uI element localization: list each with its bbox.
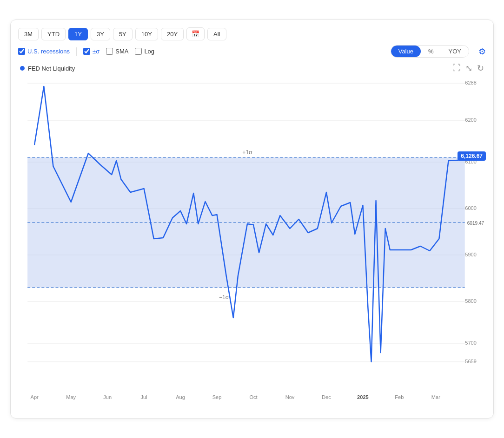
chart-container: 3M YTD 1Y 3Y 5Y 10Y 20Y 📅 All U.S. reces…: [10, 20, 494, 418]
current-value-badge: 6,126.67: [458, 151, 486, 161]
legend-text: FED Net Liquidity: [28, 65, 75, 72]
svg-text:Mar: Mar: [431, 394, 440, 400]
toggle-yoy[interactable]: YOY: [441, 46, 469, 57]
log-label: Log: [144, 48, 154, 55]
svg-text:6000: 6000: [465, 205, 477, 211]
recession-checkbox[interactable]: [18, 48, 25, 55]
toggle-value[interactable]: Value: [391, 46, 421, 57]
legend-label: FED Net Liquidity: [20, 65, 75, 72]
svg-text:Dec: Dec: [322, 394, 331, 400]
sma-label: SMA: [115, 48, 128, 55]
sigma-label: ±σ: [93, 48, 99, 55]
calendar-icon: 📅: [192, 30, 199, 38]
log-checkbox-label[interactable]: Log: [135, 48, 154, 55]
svg-text:5900: 5900: [465, 252, 477, 257]
options-row: U.S. recessions ±σ SMA Log Value % YOY ⚙: [18, 45, 486, 58]
svg-text:6019.47: 6019.47: [467, 221, 484, 226]
svg-text:May: May: [66, 394, 76, 400]
svg-text:Aug: Aug: [176, 394, 185, 400]
svg-text:5800: 5800: [465, 298, 477, 304]
svg-text:+1σ: +1σ: [242, 149, 252, 156]
btn-3y[interactable]: 3Y: [91, 28, 110, 40]
log-checkbox[interactable]: [135, 48, 142, 55]
current-value-text: 6,126.67: [461, 153, 483, 159]
btn-ytd[interactable]: YTD: [41, 28, 66, 40]
crop-icon[interactable]: ⛶: [452, 63, 461, 73]
settings-button[interactable]: ⚙: [478, 46, 486, 57]
btn-3m[interactable]: 3M: [18, 28, 39, 40]
svg-text:Jun: Jun: [103, 394, 112, 400]
svg-text:5659: 5659: [465, 359, 477, 364]
chart-svg: 6288 6200 6100 6000 5900 5800 5700 5659: [18, 76, 486, 411]
svg-text:Sep: Sep: [212, 394, 222, 400]
svg-text:Oct: Oct: [249, 394, 257, 400]
legend-row: FED Net Liquidity ⛶ ⤡ ↻: [18, 63, 486, 73]
sma-checkbox-label[interactable]: SMA: [106, 48, 128, 55]
resize-icon[interactable]: ⤡: [465, 63, 472, 73]
svg-text:Apr: Apr: [31, 394, 39, 400]
svg-text:Feb: Feb: [395, 394, 404, 400]
svg-text:Jul: Jul: [141, 394, 147, 400]
sigma-checkbox-label[interactable]: ±σ: [83, 48, 99, 55]
sma-checkbox[interactable]: [106, 48, 113, 55]
toolbar-row: 3M YTD 1Y 3Y 5Y 10Y 20Y 📅 All: [18, 27, 486, 40]
chart-actions: ⛶ ⤡ ↻: [452, 63, 484, 73]
legend-dot: [20, 66, 25, 71]
btn-5y[interactable]: 5Y: [113, 28, 133, 40]
svg-text:5700: 5700: [465, 340, 477, 346]
btn-20y[interactable]: 20Y: [161, 28, 184, 40]
btn-1y[interactable]: 1Y: [68, 28, 88, 40]
chart-area: 6288 6200 6100 6000 5900 5800 5700 5659: [18, 76, 486, 411]
refresh-icon[interactable]: ↻: [477, 63, 484, 73]
svg-text:6288: 6288: [465, 80, 477, 85]
btn-10y[interactable]: 10Y: [135, 28, 158, 40]
value-toggle-group: Value % YOY: [391, 45, 469, 58]
btn-all[interactable]: All: [207, 28, 226, 40]
svg-text:2025: 2025: [357, 394, 369, 400]
recession-label: U.S. recessions: [27, 48, 70, 55]
divider-1: [76, 47, 77, 56]
svg-text:Nov: Nov: [285, 394, 295, 400]
gear-icon: ⚙: [478, 47, 486, 56]
sigma-checkbox[interactable]: [83, 48, 90, 55]
svg-text:6200: 6200: [465, 117, 477, 123]
toggle-percent[interactable]: %: [421, 46, 441, 57]
svg-text:−1σ: −1σ: [219, 294, 229, 301]
calendar-btn[interactable]: 📅: [186, 27, 205, 40]
recession-checkbox-label[interactable]: U.S. recessions: [18, 48, 70, 55]
